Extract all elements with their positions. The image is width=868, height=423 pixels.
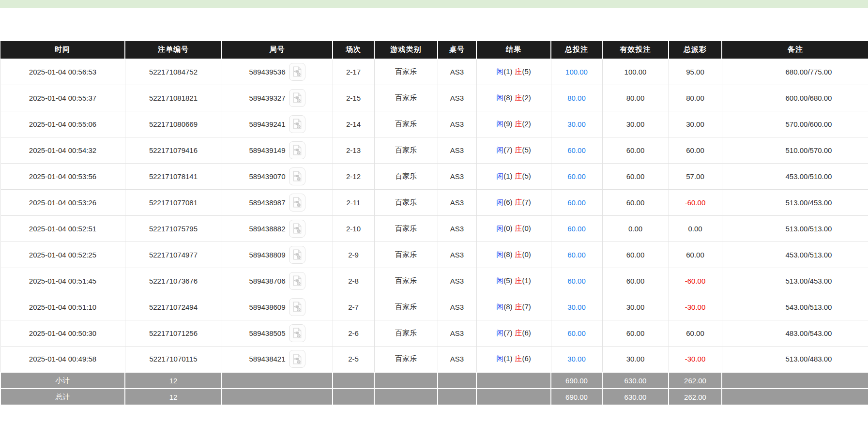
valid-bet-cell: 60.00 bbox=[602, 189, 669, 215]
banker-result-score: (1) bbox=[522, 276, 531, 285]
video-replay-button[interactable] bbox=[289, 246, 305, 264]
banker-result-score: (0) bbox=[522, 250, 531, 258]
valid-bet-cell: 30.00 bbox=[602, 294, 669, 320]
banker-result-label: 庄 bbox=[515, 329, 522, 337]
total-empty-cell bbox=[222, 389, 333, 405]
remark-cell: 513.00/483.00 bbox=[722, 346, 868, 372]
round-no: 589438987 bbox=[249, 198, 285, 207]
remark-cell: 680.00/775.00 bbox=[722, 59, 868, 85]
video-replay-button[interactable] bbox=[289, 63, 305, 81]
subtotal-label: 小计 bbox=[0, 372, 125, 389]
banker-result-score: (5) bbox=[522, 67, 531, 76]
round-no-cell: 589438706 bbox=[222, 268, 333, 294]
game-type-cell: 百家乐 bbox=[374, 215, 438, 242]
table-no-cell: AS3 bbox=[438, 294, 476, 320]
video-replay-icon bbox=[292, 223, 302, 234]
valid-bet-cell: 60.00 bbox=[602, 268, 669, 294]
bet-no-cell: 522171073676 bbox=[125, 268, 222, 294]
game-type-cell: 百家乐 bbox=[374, 346, 438, 372]
subtotal-total-bet: 690.00 bbox=[551, 372, 602, 389]
table-no-cell: AS3 bbox=[438, 163, 476, 189]
table-row: 2025-01-04 00:55:06 522171080669 5894392… bbox=[0, 111, 868, 137]
banker-result-label: 庄 bbox=[515, 172, 522, 180]
banker-result-score: (6) bbox=[522, 354, 531, 363]
remark-cell: 600.00/680.00 bbox=[722, 85, 868, 111]
total-bet-cell: 30.00 bbox=[551, 294, 602, 320]
total-payout: 262.00 bbox=[669, 389, 722, 405]
result-cell: 闲(5)庄(1) bbox=[476, 268, 551, 294]
total-bet-link[interactable]: 60.00 bbox=[567, 146, 586, 154]
table-row: 2025-01-04 00:52:25 522171074977 5894388… bbox=[0, 242, 868, 268]
subtotal-empty-cell bbox=[374, 372, 438, 389]
video-replay-button[interactable] bbox=[289, 298, 305, 316]
total-bet-cell: 60.00 bbox=[551, 215, 602, 242]
player-result-score: (8) bbox=[503, 93, 512, 102]
session-cell: 2-6 bbox=[333, 320, 374, 346]
video-replay-button[interactable] bbox=[289, 115, 305, 133]
video-replay-button[interactable] bbox=[289, 141, 305, 159]
session-cell: 2-5 bbox=[333, 346, 374, 372]
player-result-label: 闲 bbox=[496, 93, 503, 102]
total-bet-link[interactable]: 60.00 bbox=[567, 198, 586, 207]
result-cell: 闲(8)庄(0) bbox=[476, 242, 551, 268]
col-header-session: 场次 bbox=[333, 41, 374, 59]
video-replay-button[interactable] bbox=[289, 272, 305, 290]
video-replay-button[interactable] bbox=[289, 89, 305, 107]
total-bet-link[interactable]: 80.00 bbox=[567, 94, 586, 102]
round-no-cell: 589439327 bbox=[222, 85, 333, 111]
game-type-cell: 百家乐 bbox=[374, 268, 438, 294]
bet-no-cell: 522171079416 bbox=[125, 137, 222, 163]
table-row: 2025-01-04 00:52:51 522171075795 5894388… bbox=[0, 215, 868, 242]
total-bet-link[interactable]: 60.00 bbox=[567, 225, 586, 233]
total-bet-link[interactable]: 30.00 bbox=[567, 120, 586, 128]
video-replay-button[interactable] bbox=[289, 350, 305, 368]
bet-no-cell: 522171078141 bbox=[125, 163, 222, 189]
video-replay-button[interactable] bbox=[289, 194, 305, 212]
payout-cell: -30.00 bbox=[669, 346, 722, 372]
subtotal-valid-bet: 630.00 bbox=[602, 372, 669, 389]
result-cell: 闲(0)庄(0) bbox=[476, 215, 551, 242]
game-type-cell: 百家乐 bbox=[374, 294, 438, 320]
total-bet-link[interactable]: 60.00 bbox=[567, 251, 586, 259]
video-replay-button[interactable] bbox=[289, 220, 305, 238]
payout-cell: 80.00 bbox=[669, 85, 722, 111]
table-row: 2025-01-04 00:51:45 522171073676 5894387… bbox=[0, 268, 868, 294]
video-replay-button[interactable] bbox=[289, 324, 305, 342]
total-bet-link[interactable]: 30.00 bbox=[567, 303, 586, 311]
total-bet-link[interactable]: 60.00 bbox=[567, 329, 586, 337]
payout-cell: 57.00 bbox=[669, 163, 722, 189]
bet-records-table: 时间 注单编号 局号 场次 游戏类别 桌号 结果 总投注 有效投注 总派彩 备注… bbox=[0, 41, 868, 406]
session-cell: 2-14 bbox=[333, 111, 374, 137]
top-green-bar bbox=[0, 0, 868, 8]
total-bet-link[interactable]: 30.00 bbox=[567, 355, 586, 363]
total-bet-cell: 60.00 bbox=[551, 242, 602, 268]
total-bet-link[interactable]: 100.00 bbox=[565, 68, 588, 76]
player-result-score: (7) bbox=[503, 146, 512, 154]
table-no-cell: AS3 bbox=[438, 111, 476, 137]
round-no-cell: 589438505 bbox=[222, 320, 333, 346]
player-result-score: (6) bbox=[503, 198, 512, 206]
session-cell: 2-13 bbox=[333, 137, 374, 163]
col-header-time: 时间 bbox=[0, 41, 125, 59]
total-bet-cell: 60.00 bbox=[551, 320, 602, 346]
bet-no-cell: 522171070115 bbox=[125, 346, 222, 372]
banker-result-score: (2) bbox=[522, 93, 531, 102]
valid-bet-cell: 60.00 bbox=[602, 320, 669, 346]
player-result-label: 闲 bbox=[496, 250, 503, 258]
player-result-score: (8) bbox=[503, 250, 512, 258]
player-result-score: (5) bbox=[503, 276, 512, 285]
total-bet-link[interactable]: 60.00 bbox=[567, 277, 586, 285]
total-bet-link[interactable]: 60.00 bbox=[567, 172, 586, 181]
table-no-cell: AS3 bbox=[438, 215, 476, 242]
session-cell: 2-7 bbox=[333, 294, 374, 320]
col-header-bet-no: 注单编号 bbox=[125, 41, 222, 59]
banker-result-score: (7) bbox=[522, 302, 531, 311]
player-result-label: 闲 bbox=[496, 146, 503, 154]
round-no: 589439327 bbox=[249, 94, 285, 102]
table-row: 2025-01-04 00:51:10 522171072494 5894386… bbox=[0, 294, 868, 320]
bet-no-cell: 522171074977 bbox=[125, 242, 222, 268]
video-replay-button[interactable] bbox=[289, 167, 305, 185]
round-no-cell: 589438882 bbox=[222, 215, 333, 242]
subtotal-empty-cell bbox=[333, 372, 374, 389]
round-no-cell: 589438809 bbox=[222, 242, 333, 268]
